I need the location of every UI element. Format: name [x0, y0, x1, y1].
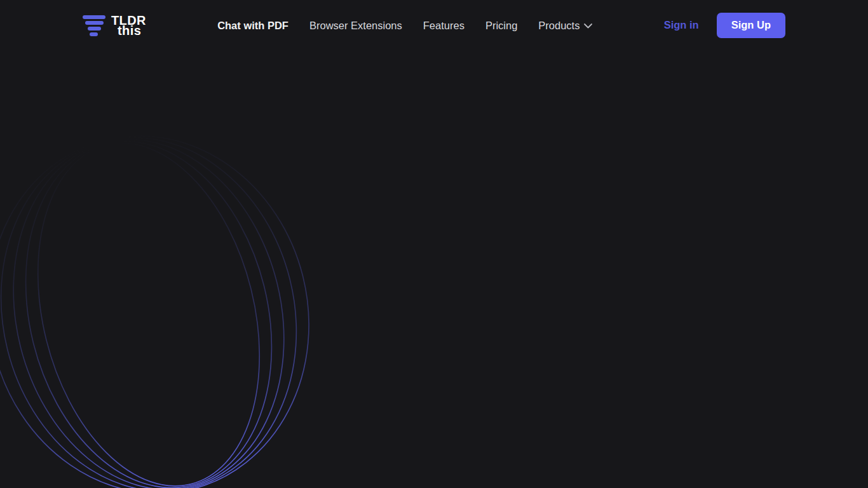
tldr-summarize-bars-icon	[83, 15, 105, 36]
nav-features[interactable]: Features	[423, 20, 465, 32]
logo[interactable]: TLDR this	[83, 15, 146, 36]
auth-actions: Sign in Sign Up	[664, 13, 785, 38]
nav-products[interactable]: Products	[538, 20, 592, 32]
top-navigation-bar: TLDR this Chat with PDF Browser Extensio…	[0, 0, 868, 51]
nav-products-label: Products	[538, 20, 580, 32]
orbit-lines-decoration	[0, 0, 381, 488]
nav-pricing[interactable]: Pricing	[485, 20, 517, 32]
chevron-down-icon	[584, 24, 592, 29]
logo-line2: this	[118, 25, 146, 36]
sign-up-button[interactable]: Sign Up	[717, 13, 785, 38]
main-nav: Chat with PDF Browser Extensions Feature…	[217, 20, 592, 32]
logo-wordmark: TLDR this	[111, 15, 146, 36]
page: TLDR this Chat with PDF Browser Extensio…	[0, 0, 868, 488]
sign-in-link[interactable]: Sign in	[664, 19, 699, 31]
nav-chat-with-pdf[interactable]: Chat with PDF	[217, 20, 288, 32]
nav-browser-extensions[interactable]: Browser Extensions	[309, 20, 402, 32]
